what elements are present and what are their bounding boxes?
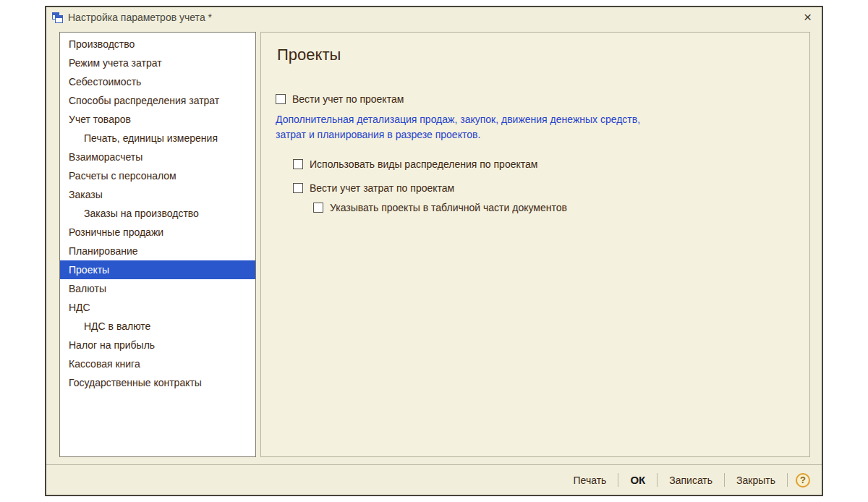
divider bbox=[618, 473, 618, 487]
window-title: Настройка параметров учета * bbox=[68, 12, 797, 23]
sidebar-item-currencies[interactable]: Валюты bbox=[60, 279, 255, 298]
ok-button[interactable]: ОК bbox=[626, 472, 649, 488]
checkbox-label: Использовать виды распределения по проек… bbox=[310, 158, 537, 170]
checkbox-label: Вести учет затрат по проектам bbox=[310, 182, 454, 194]
sidebar-item-retail-sales[interactable]: Розничные продажи bbox=[60, 223, 255, 242]
sidebar-item-government-contracts[interactable]: Государственные контракты bbox=[60, 373, 255, 392]
form-icon bbox=[52, 12, 63, 23]
save-button[interactable]: Записать bbox=[665, 472, 716, 488]
checkbox[interactable] bbox=[293, 183, 303, 193]
sidebar-item-orders[interactable]: Заказы bbox=[60, 185, 255, 204]
page-title: Проекты bbox=[277, 46, 795, 64]
divider bbox=[657, 473, 658, 487]
checkbox-row-projects-in-tabular[interactable]: Указывать проекты в табличной части доку… bbox=[313, 202, 795, 213]
sidebar-item-goods-accounting[interactable]: Учет товаров bbox=[60, 110, 255, 129]
checkbox-label: Указывать проекты в табличной части доку… bbox=[330, 202, 567, 213]
sidebar-item-print-units[interactable]: Печать, единицы измерения bbox=[60, 129, 255, 148]
checkbox[interactable] bbox=[276, 94, 286, 104]
content-area: Производство Режим учета затрат Себестои… bbox=[46, 27, 822, 457]
sidebar-item-cost-distribution[interactable]: Способы распределения затрат bbox=[60, 91, 255, 110]
checkbox[interactable] bbox=[313, 203, 323, 213]
sidebar-item-cash-book[interactable]: Кассовая книга bbox=[60, 354, 255, 373]
sidebar-item-mutual-settlements[interactable]: Взаиморасчеты bbox=[60, 148, 255, 166]
sidebar-item-vat-currency[interactable]: НДС в валюте bbox=[60, 317, 255, 336]
sidebar-item-cost-price[interactable]: Себестоимость bbox=[60, 72, 255, 91]
checkbox[interactable] bbox=[293, 159, 303, 169]
divider bbox=[787, 473, 788, 487]
sidebar-item-projects[interactable]: Проекты bbox=[60, 260, 255, 279]
description-line: затрат и планирования в разрезе проектов… bbox=[276, 127, 795, 142]
close-button[interactable]: Закрыть bbox=[733, 472, 779, 488]
divider bbox=[724, 473, 725, 487]
sidebar-item-planning[interactable]: Планирование bbox=[60, 242, 255, 260]
sidebar-item-production-orders[interactable]: Заказы на производство bbox=[60, 204, 255, 223]
checkbox-row-distribution-kinds[interactable]: Использовать виды распределения по проек… bbox=[293, 158, 795, 170]
help-icon[interactable]: ? bbox=[796, 473, 810, 488]
window-titlebar[interactable]: Настройка параметров учета * × bbox=[46, 7, 822, 27]
settings-panel: Проекты Вести учет по проектам Дополните… bbox=[260, 32, 810, 457]
description-line: Дополнительная детализация продаж, закуп… bbox=[276, 112, 795, 127]
desktop: Настройка параметров учета * × Производс… bbox=[0, 0, 868, 502]
checkbox-label: Вести учет по проектам bbox=[292, 93, 404, 105]
sidebar-item-income-tax[interactable]: Налог на прибыль bbox=[60, 336, 255, 354]
footer-bar: Печать ОК Записать Закрыть ? bbox=[46, 464, 822, 495]
sidebar-item-cost-mode[interactable]: Режим учета затрат bbox=[60, 54, 255, 72]
description-text: Дополнительная детализация продаж, закуп… bbox=[276, 112, 795, 142]
settings-nav-list: Производство Режим учета затрат Себестои… bbox=[59, 32, 256, 457]
settings-window: Настройка параметров учета * × Производс… bbox=[45, 6, 823, 496]
sidebar-item-production[interactable]: Производство bbox=[60, 35, 255, 54]
checkbox-row-projects-accounting[interactable]: Вести учет по проектам bbox=[276, 93, 795, 105]
sidebar-item-personnel-settlements[interactable]: Расчеты с персоналом bbox=[60, 166, 255, 185]
close-icon[interactable]: × bbox=[802, 11, 813, 24]
print-button[interactable]: Печать bbox=[570, 472, 610, 488]
sidebar-item-vat[interactable]: НДС bbox=[60, 298, 255, 317]
checkbox-row-costs-by-projects[interactable]: Вести учет затрат по проектам bbox=[293, 182, 795, 194]
